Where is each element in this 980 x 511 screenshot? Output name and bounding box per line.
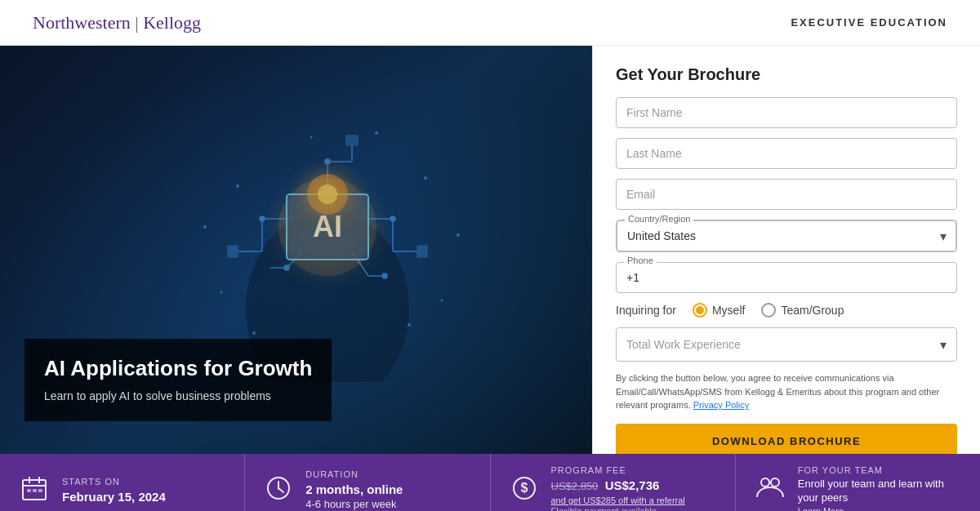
calendar-icon xyxy=(20,473,49,509)
logo-kellogg: Kellogg xyxy=(143,12,201,33)
stat-referral-sub: and get US$285 off with a referral xyxy=(551,495,685,505)
svg-point-20 xyxy=(284,265,289,270)
first-name-field xyxy=(616,97,957,128)
svg-point-33 xyxy=(310,136,312,139)
stat-learn-more-sub: Learn More xyxy=(798,506,960,511)
svg-point-35 xyxy=(457,233,460,237)
logo-northwestern: Northwestern xyxy=(33,12,131,33)
hero-title: AI Applications for Growth xyxy=(44,355,312,383)
stat-duration-value2: 4-6 hours per week xyxy=(305,498,403,511)
privacy-policy-link[interactable]: Privacy Policy xyxy=(693,400,749,410)
last-name-field xyxy=(616,138,957,169)
svg-point-30 xyxy=(440,300,443,302)
inquiring-row: Inquiring for Myself Team/Group xyxy=(616,303,957,318)
nav-exec-edu: EXECUTIVE EDUCATION xyxy=(791,16,947,29)
last-name-input[interactable] xyxy=(616,138,957,169)
stat-for-your-team-label: FOR YOUR TEAM xyxy=(798,465,960,475)
learn-more-link[interactable]: Learn More xyxy=(798,506,844,511)
phone-label: Phone xyxy=(624,256,657,265)
hero-subtitle: Learn to apply AI to solve business prob… xyxy=(44,389,312,405)
work-experience-field: Total Work Experience 0-2 years 3-5 year… xyxy=(616,327,957,362)
hero-image: AI xyxy=(0,46,592,454)
svg-point-21 xyxy=(382,273,387,278)
first-name-input[interactable] xyxy=(616,97,957,128)
hero-caption: AI Applications for Growth Learn to appl… xyxy=(24,339,332,421)
svg-point-49 xyxy=(761,478,769,487)
download-brochure-button[interactable]: DOWNLOAD BROCHURE xyxy=(616,424,957,455)
stat-program-fee-label: PROGRAM FEE xyxy=(551,465,685,475)
phone-input[interactable] xyxy=(616,262,957,293)
svg-point-50 xyxy=(771,478,779,487)
phone-field: Phone xyxy=(616,262,957,293)
svg-point-18 xyxy=(390,216,395,221)
country-field: Country/Region United States United King… xyxy=(616,220,957,252)
svg-point-36 xyxy=(203,225,207,229)
stat-for-your-team-content: FOR YOUR TEAM Enroll your team and learn… xyxy=(798,465,960,511)
form-title: Get Your Brochure xyxy=(616,65,957,84)
dollar-icon: $ xyxy=(510,474,538,508)
svg-point-19 xyxy=(325,159,330,164)
form-panel: Get Your Brochure Country/Region United … xyxy=(592,46,980,454)
stat-starts-on: STARTS ON February 15, 2024 xyxy=(0,454,245,511)
stat-payment-sub: Flexible payment available xyxy=(551,506,685,511)
country-select[interactable]: United States United Kingdom Canada Indi… xyxy=(617,220,956,251)
stats-bar: STARTS ON February 15, 2024 DURATION 2 m… xyxy=(0,454,980,511)
svg-point-34 xyxy=(375,131,378,135)
svg-point-32 xyxy=(408,323,411,327)
program-fee-discounted: US$2,736 xyxy=(605,478,660,492)
inquiring-label: Inquiring for xyxy=(616,304,676,317)
clock-icon xyxy=(265,474,292,508)
stat-duration: DURATION 2 months, online 4-6 hours per … xyxy=(245,454,490,511)
svg-point-28 xyxy=(424,176,427,180)
svg-rect-4 xyxy=(228,246,238,257)
stat-duration-label: DURATION xyxy=(305,469,403,479)
svg-point-26 xyxy=(318,184,337,204)
disclaimer-text: By clicking the button below, you agree … xyxy=(616,371,957,412)
country-label: Country/Region xyxy=(625,214,693,224)
stat-starts-on-value: February 15, 2024 xyxy=(62,489,166,505)
svg-rect-42 xyxy=(33,489,37,492)
stat-duration-content: DURATION 2 months, online 4-6 hours per … xyxy=(305,469,403,511)
stat-program-fee-content: PROGRAM FEE US$2,850 US$2,736 and get US… xyxy=(551,465,685,511)
radio-myself-label: Myself xyxy=(712,304,745,317)
referral-link[interactable]: and get US$285 off with a referral xyxy=(551,495,685,505)
team-icon xyxy=(755,474,785,508)
stat-starts-on-label: STARTS ON xyxy=(62,477,166,487)
work-experience-select[interactable]: Total Work Experience 0-2 years 3-5 year… xyxy=(617,328,956,361)
svg-point-17 xyxy=(260,216,265,221)
email-input[interactable] xyxy=(616,179,957,210)
svg-point-31 xyxy=(252,331,256,335)
svg-rect-8 xyxy=(417,246,427,257)
radio-team-circle xyxy=(761,303,776,318)
svg-line-46 xyxy=(278,488,283,492)
logo-separator: | xyxy=(131,12,143,33)
stat-starts-on-content: STARTS ON February 15, 2024 xyxy=(62,477,166,505)
stat-for-your-team-value: Enroll your team and learn with your pee… xyxy=(798,478,960,505)
svg-point-27 xyxy=(236,184,239,188)
radio-myself-circle xyxy=(693,303,707,318)
stat-program-fee: $ PROGRAM FEE US$2,850 US$2,736 and get … xyxy=(491,454,736,511)
radio-myself-option[interactable]: Myself xyxy=(693,303,745,318)
stat-duration-value: 2 months, online xyxy=(305,482,403,498)
logo: Northwestern | Kellogg xyxy=(33,12,201,33)
stat-program-fee-value: US$2,850 US$2,736 xyxy=(551,478,685,494)
header: Northwestern | Kellogg EXECUTIVE EDUCATI… xyxy=(0,0,980,46)
svg-text:$: $ xyxy=(520,481,528,495)
svg-rect-43 xyxy=(38,489,42,492)
stat-for-your-team: FOR YOUR TEAM Enroll your team and learn… xyxy=(736,454,980,511)
program-fee-original: US$2,850 xyxy=(551,480,599,492)
svg-rect-41 xyxy=(27,489,31,492)
hero-section: AI xyxy=(0,46,980,454)
radio-team-option[interactable]: Team/Group xyxy=(761,303,844,318)
svg-point-29 xyxy=(220,291,222,294)
svg-rect-12 xyxy=(346,136,358,145)
radio-team-label: Team/Group xyxy=(781,304,844,317)
email-field xyxy=(616,179,957,210)
